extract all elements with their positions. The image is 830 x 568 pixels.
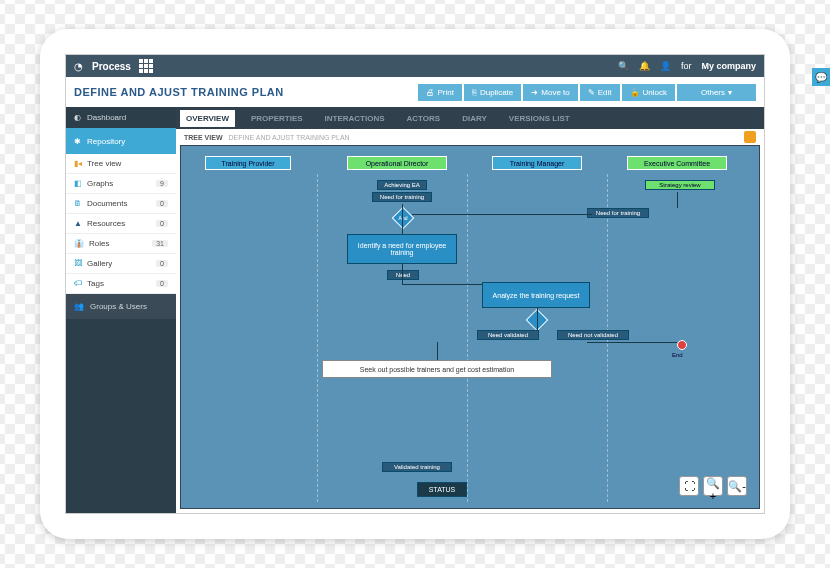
print-icon: 🖨 [426, 88, 434, 97]
breadcrumb-current: DEFINE AND AJUST TRAINING PLAN [229, 134, 350, 141]
graphs-icon: ◧ [74, 179, 82, 188]
node-seek[interactable]: Seek out possible trainers and get cost … [322, 360, 552, 378]
lane-manager[interactable]: Training Manager [492, 156, 582, 170]
tab-interactions[interactable]: INTERACTIONS [319, 110, 391, 127]
sidebar: ◐Dashboard ✱Repository ▮◂Tree view ◧Grap… [66, 107, 176, 513]
company-name: My company [701, 61, 756, 71]
sidebar-dashboard[interactable]: ◐Dashboard [66, 107, 176, 128]
node-need2[interactable]: Need [387, 270, 419, 280]
node-validated[interactable]: Need validated [477, 330, 539, 340]
duplicate-button[interactable]: ⎘Duplicate [464, 84, 521, 101]
tags-icon: 🏷 [74, 279, 82, 288]
node-analyze[interactable]: Analyze the training request [482, 282, 590, 308]
sidebar-item-gallery[interactable]: 🖼Gallery0 [66, 254, 176, 274]
node-strategy[interactable]: Strategy review [645, 180, 715, 190]
roles-icon: 👔 [74, 239, 84, 248]
node-identify[interactable]: Identify a need for employee training [347, 234, 457, 264]
network-icon: ✱ [74, 137, 81, 146]
zoom-in-button[interactable]: 🔍+ [703, 476, 723, 496]
fit-button[interactable]: ⛶ [679, 476, 699, 496]
gate-and-label: And [392, 214, 414, 222]
lane-committee[interactable]: Executive Committee [627, 156, 727, 170]
sidebar-item-documents[interactable]: 🗎Documents0 [66, 194, 176, 214]
node-end-circle[interactable] [677, 340, 687, 350]
lane-director[interactable]: Operational Director [347, 156, 447, 170]
apps-icon[interactable] [139, 59, 153, 73]
tab-diary[interactable]: DIARY [456, 110, 493, 127]
diagram-canvas[interactable]: Training Provider Operational Director T… [180, 145, 760, 509]
sidebar-item-graphs[interactable]: ◧Graphs9 [66, 174, 176, 194]
sidebar-item-tags[interactable]: 🏷Tags0 [66, 274, 176, 294]
move-button[interactable]: ➔Move to [523, 84, 577, 101]
tab-actors[interactable]: ACTORS [401, 110, 447, 127]
node-achieving[interactable]: Achieving EA [377, 180, 427, 190]
avatar-icon[interactable]: 👤 [660, 61, 671, 71]
node-end-label: End [672, 352, 683, 358]
tabs: OVERVIEW PROPERTIES INTERACTIONS ACTORS … [176, 107, 764, 129]
tab-properties[interactable]: PROPERTIES [245, 110, 309, 127]
move-icon: ➔ [531, 88, 538, 97]
others-button[interactable]: Others ▾ [677, 84, 756, 101]
edit-button[interactable]: ✎Edit [580, 84, 620, 101]
node-validated-training[interactable]: Validated training [382, 462, 452, 472]
sidebar-groups[interactable]: 👥Groups & Users [66, 294, 176, 319]
node-need1[interactable]: Need for training [372, 192, 432, 202]
lane-provider[interactable]: Training Provider [205, 156, 291, 170]
users-icon: 👥 [74, 302, 84, 311]
unlock-icon: 🔓 [630, 88, 640, 97]
for-label: for [681, 61, 692, 71]
resources-icon: ▲ [74, 219, 82, 228]
doc-icon: 🗎 [74, 199, 82, 208]
brand: Process [92, 61, 131, 72]
sidebar-repository[interactable]: ✱Repository [66, 128, 176, 154]
collapse-icon[interactable] [744, 131, 756, 143]
breadcrumb: TREE VIEW DEFINE AND AJUST TRAINING PLAN [176, 129, 764, 145]
breadcrumb-root[interactable]: TREE VIEW [184, 134, 223, 141]
search-icon[interactable]: 🔍 [618, 61, 629, 71]
copy-icon: ⎘ [472, 88, 477, 97]
node-not-validated[interactable]: Need not validated [557, 330, 629, 340]
zoom-out-button[interactable]: 🔍- [727, 476, 747, 496]
gallery-icon: 🖼 [74, 259, 82, 268]
sidebar-item-roles[interactable]: 👔Roles31 [66, 234, 176, 254]
sidebar-item-resources[interactable]: ▲Resources0 [66, 214, 176, 234]
zoom-controls: ⛶ 🔍+ 🔍- [679, 476, 747, 496]
tree-icon: ▮◂ [74, 159, 82, 168]
logo-icon: ◔ [74, 61, 84, 71]
sidebar-item-tree[interactable]: ▮◂Tree view [66, 154, 176, 174]
node-need3[interactable]: Need for training [587, 208, 649, 218]
page-title: DEFINE AND AJUST TRAINING PLAN [74, 86, 284, 98]
bell-icon[interactable]: 🔔 [639, 61, 650, 71]
tab-versions[interactable]: VERSIONS LIST [503, 110, 576, 127]
tab-overview[interactable]: OVERVIEW [180, 110, 235, 127]
gauge-icon: ◐ [74, 113, 81, 122]
titlebar: DEFINE AND AJUST TRAINING PLAN 🖨Print ⎘D… [66, 77, 764, 107]
print-button[interactable]: 🖨Print [418, 84, 461, 101]
topbar: ◔ Process 🔍 🔔 👤 for My company [66, 55, 764, 77]
edit-icon: ✎ [588, 88, 595, 97]
node-status[interactable]: STATUS [417, 482, 467, 497]
unlock-button[interactable]: 🔓Unlock [622, 84, 675, 101]
